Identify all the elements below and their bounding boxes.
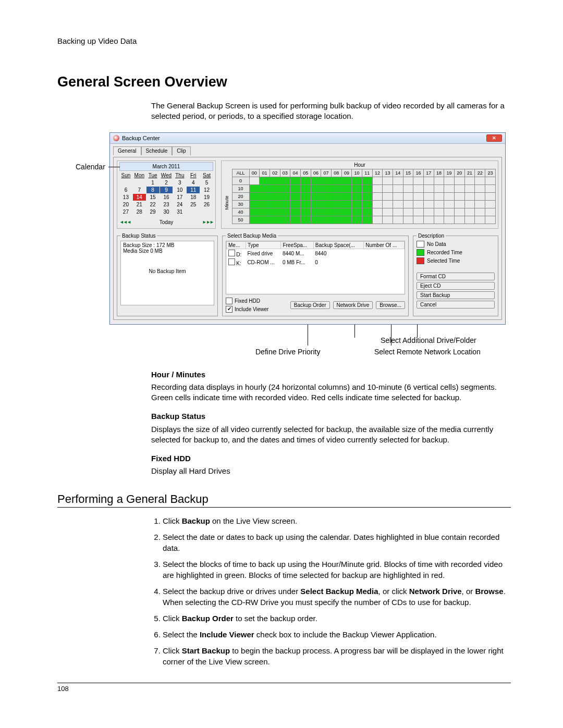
- time-cell[interactable]: [311, 200, 321, 208]
- time-cell[interactable]: [300, 200, 311, 208]
- hour-header[interactable]: 01: [260, 169, 270, 177]
- backup-order-button[interactable]: Backup Order: [290, 301, 330, 309]
- time-cell[interactable]: [331, 192, 341, 200]
- calendar-day[interactable]: 4: [187, 179, 200, 186]
- time-cell[interactable]: [423, 192, 434, 200]
- time-cell[interactable]: [393, 208, 403, 216]
- calendar-day[interactable]: 28: [133, 208, 146, 215]
- calendar-day[interactable]: 29: [146, 208, 160, 215]
- time-cell[interactable]: [485, 200, 495, 208]
- time-cell[interactable]: [331, 216, 341, 224]
- time-cell[interactable]: [372, 208, 383, 216]
- hour-header[interactable]: 08: [331, 169, 341, 177]
- time-cell[interactable]: [249, 177, 260, 184]
- media-table[interactable]: Me...TypeFreeSpa...Backup Space(...Numbe…: [226, 241, 405, 294]
- hour-header[interactable]: 22: [475, 169, 485, 177]
- time-cell[interactable]: [311, 184, 321, 192]
- time-cell[interactable]: [321, 184, 332, 192]
- calendar-day[interactable]: 25: [187, 201, 200, 208]
- time-cell[interactable]: [393, 177, 403, 184]
- calendar-day[interactable]: 7: [133, 187, 146, 193]
- time-cell[interactable]: [352, 216, 362, 224]
- time-cell[interactable]: [403, 184, 413, 192]
- time-cell[interactable]: [280, 177, 290, 184]
- hour-header[interactable]: 19: [444, 169, 455, 177]
- fixed-hdd-checkbox[interactable]: Fixed HDD: [226, 298, 268, 304]
- time-cell[interactable]: [444, 192, 455, 200]
- time-cell[interactable]: [249, 200, 260, 208]
- hour-header[interactable]: 20: [454, 169, 464, 177]
- hour-header[interactable]: 05: [300, 169, 311, 177]
- hour-header[interactable]: 09: [341, 169, 352, 177]
- time-cell[interactable]: [393, 216, 403, 224]
- time-cell[interactable]: [362, 177, 372, 184]
- media-header[interactable]: Number Of ...: [364, 241, 405, 249]
- hour-header[interactable]: 02: [270, 169, 280, 177]
- time-cell[interactable]: [413, 192, 424, 200]
- calendar-day[interactable]: 27: [119, 208, 132, 215]
- media-header[interactable]: Backup Space(...: [313, 241, 363, 249]
- hour-header[interactable]: 17: [423, 169, 434, 177]
- time-cell[interactable]: [434, 208, 444, 216]
- time-cell[interactable]: [260, 177, 270, 184]
- time-cell[interactable]: [464, 192, 475, 200]
- calendar-day[interactable]: 19: [200, 194, 213, 201]
- calendar-day[interactable]: 16: [160, 194, 173, 201]
- calendar-day[interactable]: 13: [119, 194, 132, 201]
- hour-all-header[interactable]: ALL: [232, 169, 249, 177]
- time-cell[interactable]: [270, 208, 280, 216]
- calendar-day[interactable]: 21: [133, 201, 146, 208]
- hour-header[interactable]: 13: [383, 169, 393, 177]
- time-cell[interactable]: [423, 208, 434, 216]
- time-cell[interactable]: [290, 184, 301, 192]
- time-cell[interactable]: [393, 200, 403, 208]
- time-cell[interactable]: [403, 200, 413, 208]
- calendar-day[interactable]: 6: [119, 187, 132, 193]
- time-cell[interactable]: [485, 184, 495, 192]
- time-cell[interactable]: [475, 208, 485, 216]
- tab-general[interactable]: General: [113, 146, 141, 155]
- calendar-next-icon[interactable]: ► ►►: [202, 219, 213, 225]
- time-cell[interactable]: [300, 208, 311, 216]
- time-cell[interactable]: [300, 177, 311, 184]
- calendar[interactable]: March 2011 SunMonTueWedThuFriSat12345678…: [117, 161, 216, 229]
- include-viewer-checkbox[interactable]: ✔ Include Viewer: [226, 306, 268, 313]
- calendar-day[interactable]: 15: [146, 194, 160, 201]
- calendar-day[interactable]: 2: [160, 179, 173, 186]
- time-cell[interactable]: [341, 184, 352, 192]
- time-cell[interactable]: [434, 184, 444, 192]
- time-cell[interactable]: [403, 208, 413, 216]
- time-cell[interactable]: [485, 208, 495, 216]
- time-cell[interactable]: [249, 184, 260, 192]
- time-cell[interactable]: [485, 177, 495, 184]
- calendar-day[interactable]: 18: [187, 194, 200, 201]
- time-cell[interactable]: [454, 184, 464, 192]
- time-cell[interactable]: [311, 216, 321, 224]
- calendar-prev-icon[interactable]: ◄◄ ◄: [119, 219, 130, 225]
- time-cell[interactable]: [249, 208, 260, 216]
- time-cell[interactable]: [413, 200, 424, 208]
- time-cell[interactable]: [475, 192, 485, 200]
- time-cell[interactable]: [321, 177, 332, 184]
- time-cell[interactable]: [311, 177, 321, 184]
- calendar-day[interactable]: 20: [119, 201, 132, 208]
- time-cell[interactable]: [362, 200, 372, 208]
- time-cell[interactable]: [423, 184, 434, 192]
- time-cell[interactable]: [290, 200, 301, 208]
- minute-row-label[interactable]: 20: [232, 192, 249, 200]
- browse-button[interactable]: Browse...: [376, 301, 405, 309]
- time-cell[interactable]: [341, 200, 352, 208]
- time-cell[interactable]: [434, 216, 444, 224]
- eject-cd-button[interactable]: Eject CD: [417, 282, 495, 290]
- hour-header[interactable]: 23: [485, 169, 495, 177]
- time-cell[interactable]: [290, 216, 301, 224]
- time-cell[interactable]: [331, 200, 341, 208]
- time-cell[interactable]: [475, 200, 485, 208]
- calendar-day[interactable]: 8: [146, 187, 160, 193]
- time-cell[interactable]: [260, 192, 270, 200]
- time-cell[interactable]: [475, 177, 485, 184]
- time-cell[interactable]: [311, 192, 321, 200]
- time-cell[interactable]: [403, 216, 413, 224]
- time-cell[interactable]: [485, 216, 495, 224]
- time-cell[interactable]: [383, 184, 393, 192]
